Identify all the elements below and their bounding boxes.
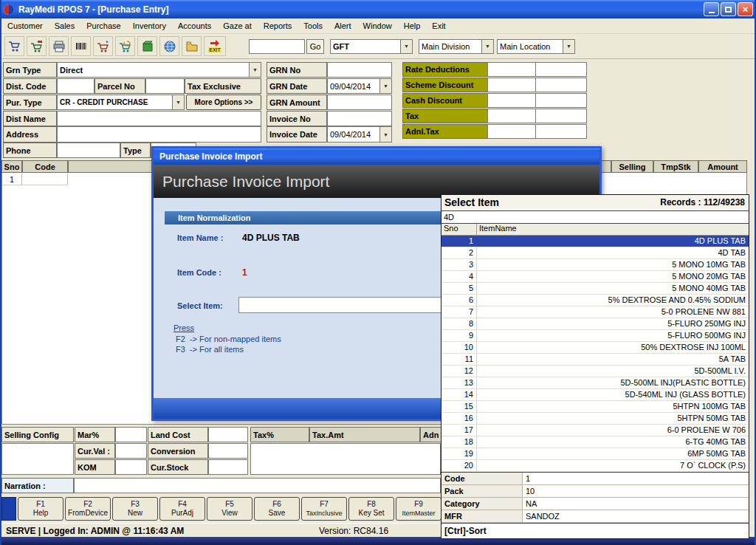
table-row-code[interactable] xyxy=(22,174,68,185)
location-select[interactable]: Main Location ▼ xyxy=(497,39,575,54)
dropdown-arrow-icon[interactable]: ▼ xyxy=(400,40,412,53)
list-item[interactable]: 4 5 MONO 20MG TAB xyxy=(441,271,749,283)
list-item[interactable]: 1 4D PLUS TAB xyxy=(441,236,749,247)
deduction-cash-cell1[interactable] xyxy=(487,93,536,108)
f4-puradj-button[interactable]: F4 PurAdj xyxy=(159,497,205,521)
deduction-rate-cell1[interactable] xyxy=(487,62,536,77)
deduction-tax-cell1[interactable] xyxy=(487,109,536,123)
deduction-adnl-cell1[interactable] xyxy=(487,124,536,139)
dropdown-arrow-icon[interactable]: ▼ xyxy=(563,40,574,53)
barcode-icon[interactable] xyxy=(71,36,91,56)
conversion-input[interactable] xyxy=(208,443,248,459)
purchase-cart-icon[interactable] xyxy=(4,36,24,56)
menu-accounts[interactable]: Accounts xyxy=(172,21,217,30)
grn-no-input[interactable] xyxy=(327,62,392,78)
list-item[interactable]: 3 5 MONO 10MG TAB xyxy=(441,259,749,271)
deduction-scheme-cell1[interactable] xyxy=(487,78,536,92)
f2-fromdevice-button[interactable]: F2 FromDevice xyxy=(65,497,111,521)
table-row-sno[interactable]: 1 xyxy=(2,174,22,185)
list-item[interactable]: 19 6MP 50MG TAB xyxy=(441,448,749,460)
company-select[interactable]: GFT ▼ xyxy=(330,39,413,54)
stock-box-icon[interactable] xyxy=(137,36,157,56)
dist-code-input[interactable] xyxy=(57,78,94,94)
menu-exit[interactable]: Exit xyxy=(426,21,451,30)
menu-sales[interactable]: Sales xyxy=(49,21,81,30)
mar-input[interactable] xyxy=(115,427,147,442)
list-item[interactable]: 8 5-FLURO 250MG INJ xyxy=(441,318,749,330)
narration-input[interactable] xyxy=(74,478,441,493)
go-button[interactable]: Go xyxy=(306,39,324,54)
menu-gaze-at[interactable]: Gaze at xyxy=(217,21,258,30)
grn-cart-icon[interactable] xyxy=(27,36,47,56)
invoice-no-input[interactable] xyxy=(327,111,392,126)
dropdown-arrow-icon[interactable]: ▼ xyxy=(481,40,493,53)
invoice-date-select[interactable]: 09/04/2014 ▼ xyxy=(327,126,392,143)
division-select[interactable]: Main Division ▼ xyxy=(419,39,494,54)
dropdown-arrow-icon[interactable]: ▼ xyxy=(249,63,261,77)
return-cart-icon[interactable] xyxy=(115,36,135,56)
f1-help-button[interactable]: F1 Help xyxy=(18,497,63,521)
list-item[interactable]: 9 5-FLURO 500MG INJ xyxy=(441,330,749,342)
web-icon[interactable] xyxy=(159,36,179,56)
menu-alert[interactable]: Alert xyxy=(329,21,357,30)
close-button[interactable]: × xyxy=(738,2,753,16)
list-item[interactable]: 16 5HTPN 50MG TAB xyxy=(441,413,749,425)
list-item[interactable]: 7 5-0 PROLENE NW 881 xyxy=(441,306,749,318)
list-item[interactable]: 11 5A TAB xyxy=(441,354,749,366)
cur-stock-input[interactable] xyxy=(208,459,248,475)
f5-view-button[interactable]: F5 View xyxy=(207,497,252,521)
list-item[interactable]: 10 50% DEXTROSE INJ 100ML xyxy=(441,342,749,354)
selling-config-value[interactable] xyxy=(1,443,74,475)
item-search-input[interactable]: 4D xyxy=(441,211,749,224)
list-item[interactable]: 18 6-TG 40MG TAB xyxy=(441,436,749,448)
f8-keyset-button[interactable]: F8 Key Set xyxy=(348,497,394,521)
deduction-scheme-cell2[interactable] xyxy=(535,78,587,92)
documents-icon[interactable] xyxy=(182,36,202,56)
grn-type-select[interactable]: Direct ▼ xyxy=(57,62,261,78)
title-bar[interactable]: RayMedi RPOS 7 - [Purchase Entry] × xyxy=(0,0,756,18)
pur-type-select[interactable]: CR - CREDIT PURCHASE ▼ xyxy=(57,95,185,110)
deduction-rate-cell2[interactable] xyxy=(535,62,587,77)
f9-itemmaster-button[interactable]: F9 ItemMaster xyxy=(396,497,441,521)
f6-save-button[interactable]: F6 Save xyxy=(254,497,300,521)
menu-purchase[interactable]: Purchase xyxy=(80,21,126,30)
dialog-title-bar[interactable]: Purchase Invoice Import xyxy=(154,148,599,165)
menu-help[interactable]: Help xyxy=(398,21,427,30)
land-cost-input[interactable] xyxy=(208,427,248,442)
list-item[interactable]: 17 6-0 PROLENE W 706 xyxy=(441,425,749,436)
parcel-no-input[interactable] xyxy=(145,78,185,94)
f7-taxinclusive-button[interactable]: F7 TaxInclusive xyxy=(301,497,347,521)
more-options-button[interactable]: More Options >> xyxy=(186,95,261,110)
deduction-tax-cell2[interactable] xyxy=(535,109,587,123)
grn-amount-input[interactable] xyxy=(327,95,392,110)
dispatch-cart-icon[interactable] xyxy=(93,36,113,56)
cur-val-input[interactable] xyxy=(115,443,147,459)
dropdown-arrow-icon[interactable]: ▼ xyxy=(172,95,184,109)
dropdown-arrow-icon[interactable]: ▼ xyxy=(379,127,391,142)
menu-inventory[interactable]: Inventory xyxy=(127,21,172,30)
dropdown-arrow-icon[interactable]: ▼ xyxy=(379,79,391,93)
f3-new-button[interactable]: F3 New xyxy=(112,497,158,521)
menu-tools[interactable]: Tools xyxy=(298,21,329,30)
exit-icon[interactable]: EXIT xyxy=(204,36,226,56)
menu-window[interactable]: Window xyxy=(357,21,398,30)
dist-name-input[interactable] xyxy=(57,111,261,126)
deduction-adnl-cell2[interactable] xyxy=(535,124,587,139)
list-item[interactable]: 12 5D-500ML I.V. xyxy=(441,366,749,377)
list-item[interactable]: 6 5% DEXTROSE AND 0.45% SODIUM xyxy=(441,295,749,306)
phone-input[interactable] xyxy=(57,143,120,158)
list-item[interactable]: 20 7 O` CLOCK (P.S) xyxy=(441,460,749,472)
maximize-button[interactable] xyxy=(721,2,736,16)
grn-date-select[interactable]: 09/04/2014 ▼ xyxy=(327,78,392,94)
menu-reports[interactable]: Reports xyxy=(258,21,298,30)
minimize-button[interactable] xyxy=(704,2,719,16)
print-icon[interactable] xyxy=(49,36,69,56)
list-item[interactable]: 14 5D-540ML INJ (GLASS BOTTLE) xyxy=(441,389,749,401)
list-item[interactable]: 15 5HTPN 100MG TAB xyxy=(441,401,749,413)
menu-customer[interactable]: Customer xyxy=(1,21,49,30)
quick-search-input[interactable] xyxy=(249,39,305,54)
address-input[interactable] xyxy=(57,126,261,143)
deduction-cash-cell2[interactable] xyxy=(535,93,587,108)
list-item[interactable]: 2 4D TAB xyxy=(441,247,749,259)
list-item[interactable]: 5 5 MONO 40MG TAB xyxy=(441,283,749,295)
